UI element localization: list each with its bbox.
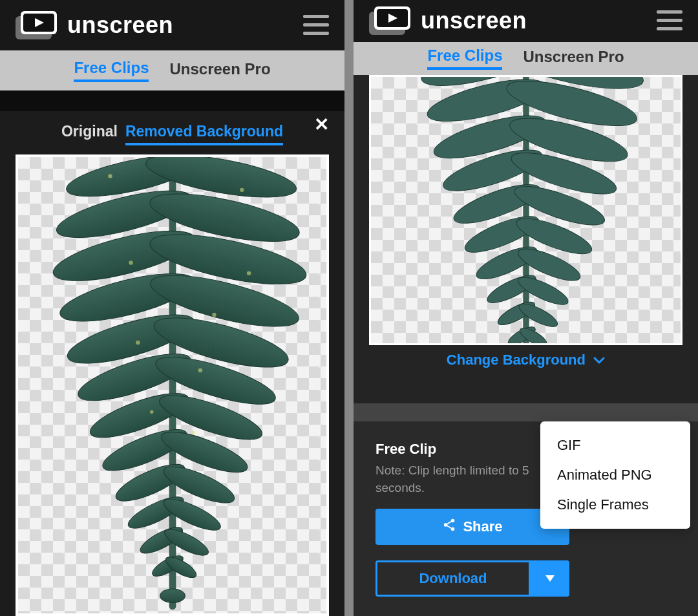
share-label: Share (463, 518, 502, 535)
menu-item-single-frames[interactable]: Single Frames (540, 490, 690, 520)
tab-free-clips[interactable]: Free Clips (427, 47, 502, 70)
svg-point-32 (108, 174, 112, 178)
download-format-menu: GIF Animated PNG Single Frames (540, 421, 690, 529)
top-tabs: Free Clips Unscreen Pro (354, 42, 698, 75)
close-icon[interactable]: ✕ (314, 114, 329, 135)
fern-image (402, 75, 650, 345)
clip-preview-small (369, 75, 682, 345)
play-stack-icon (369, 6, 410, 35)
svg-point-38 (198, 368, 202, 372)
svg-rect-47 (657, 27, 682, 30)
svg-point-33 (240, 187, 244, 191)
app-header: unscreen (354, 0, 698, 42)
menu-icon[interactable] (303, 15, 329, 36)
svg-rect-45 (657, 10, 682, 14)
top-tabs: Free Clips Unscreen Pro (0, 50, 344, 90)
menu-icon[interactable] (657, 10, 682, 31)
menu-item-animated-png[interactable]: Animated PNG (540, 460, 690, 490)
svg-point-35 (246, 271, 250, 275)
svg-point-39 (150, 410, 153, 413)
svg-point-40 (191, 431, 195, 434)
caret-down-icon (545, 573, 555, 584)
svg-point-34 (129, 260, 132, 264)
view-tab-removed-background[interactable]: Removed Background (125, 123, 283, 145)
download-panel: Free Clip Note: Clip length limited to 5… (354, 421, 698, 616)
editor-panel: ✕ Original Removed Background (0, 111, 344, 616)
download-label: Download (419, 570, 487, 587)
svg-rect-46 (657, 19, 682, 22)
svg-rect-5 (303, 23, 329, 27)
change-background-label: Change Background (447, 352, 586, 368)
share-icon (442, 518, 456, 536)
brand-logo[interactable]: unscreen (16, 11, 173, 39)
svg-point-31 (160, 589, 185, 602)
clip-preview (16, 154, 329, 616)
play-stack-icon (16, 11, 57, 39)
view-tab-original[interactable]: Original (61, 123, 118, 145)
menu-item-gif[interactable]: GIF (540, 430, 690, 460)
svg-point-36 (212, 313, 216, 317)
app-header: unscreen (0, 0, 344, 50)
svg-rect-6 (303, 32, 329, 35)
tab-unscreen-pro[interactable]: Unscreen Pro (169, 60, 270, 81)
svg-rect-4 (303, 15, 329, 18)
chevron-down-icon (593, 352, 605, 368)
download-button[interactable]: Download (375, 560, 531, 597)
svg-marker-74 (545, 575, 555, 582)
fern-image (34, 154, 311, 616)
brand-logo[interactable]: unscreen (369, 6, 527, 35)
tab-free-clips[interactable]: Free Clips (74, 59, 149, 82)
divider-strip (0, 90, 344, 111)
change-background-link[interactable]: Change Background (369, 345, 682, 388)
brand-name: unscreen (421, 7, 527, 34)
view-mode-tabs: Original Removed Background (16, 123, 329, 145)
download-options-toggle[interactable] (531, 560, 569, 597)
section-divider (354, 403, 698, 421)
tab-unscreen-pro[interactable]: Unscreen Pro (523, 48, 624, 69)
svg-point-37 (136, 340, 140, 344)
brand-name: unscreen (67, 12, 173, 39)
